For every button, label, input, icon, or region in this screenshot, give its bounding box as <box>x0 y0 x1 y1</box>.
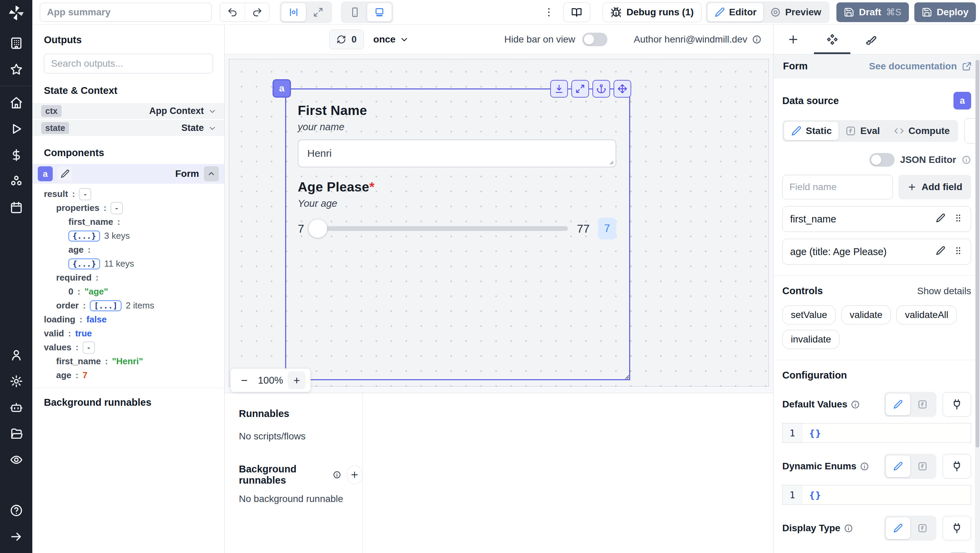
zoom-out-button[interactable]: − <box>235 371 253 389</box>
eval-mode-button[interactable] <box>910 394 935 415</box>
expand-down-button[interactable] <box>550 80 568 98</box>
see-documentation-link[interactable]: See documentation <box>869 61 972 72</box>
context-row-state[interactable]: stateState <box>32 120 224 136</box>
tree-expand-badge[interactable]: {...} <box>68 259 100 269</box>
json-editor-toggle[interactable] <box>869 153 894 167</box>
windmill-logo-icon[interactable] <box>8 4 25 22</box>
control-pill-validateAll[interactable]: validateAll <box>896 305 957 324</box>
drag-field-handle[interactable] <box>953 246 963 258</box>
mode-compute[interactable]: Compute <box>887 122 956 140</box>
sidebar-item-dollar[interactable] <box>0 142 32 168</box>
control-pill-setValue[interactable]: setValue <box>782 305 836 324</box>
settings-scrollbar[interactable] <box>975 54 980 553</box>
preview-tab[interactable]: Preview <box>763 3 828 21</box>
edit-field-button[interactable] <box>935 246 946 258</box>
component-header-row[interactable]: a Form <box>32 164 224 184</box>
refresh-button[interactable]: 0 <box>329 30 364 49</box>
component-resize-handle-icon[interactable] <box>620 370 630 380</box>
tab-component-settings[interactable] <box>813 25 852 54</box>
app-summary-input[interactable] <box>40 3 212 22</box>
form-component[interactable]: a First Name your name <box>285 88 630 380</box>
sidebar-item-bot[interactable] <box>0 394 32 420</box>
scrollbar-thumb[interactable] <box>975 60 979 448</box>
sidebar-item-gear[interactable] <box>0 368 32 394</box>
undo-button[interactable] <box>220 3 245 21</box>
sidebar-item-play[interactable] <box>0 116 32 142</box>
default-values-editor[interactable]: 1 {} <box>782 423 971 443</box>
align-center-button[interactable] <box>282 3 306 21</box>
sidebar-item-calendar[interactable] <box>0 194 32 220</box>
tree-expand-badge[interactable]: [...] <box>90 300 121 311</box>
control-pill-invalidate[interactable]: invalidate <box>782 330 840 349</box>
tree-expand-badge[interactable]: {...} <box>68 230 100 242</box>
field-item[interactable]: first_name <box>782 206 971 232</box>
deploy-button[interactable]: Deploy <box>914 2 976 22</box>
sidebar-item-arrow-right[interactable] <box>0 523 32 550</box>
move-component-button[interactable] <box>614 80 631 98</box>
drag-field-handle[interactable] <box>953 213 963 226</box>
sidebar-item-user[interactable] <box>0 342 32 368</box>
info-icon[interactable] <box>860 462 869 471</box>
component-tab-badge[interactable]: a <box>272 79 291 98</box>
show-details-button[interactable]: Show details <box>917 286 971 297</box>
sidebar-item-folder[interactable] <box>0 420 32 447</box>
sidebar-item-star[interactable] <box>0 56 32 82</box>
info-icon[interactable] <box>752 35 762 44</box>
desktop-view-button[interactable] <box>367 3 392 21</box>
info-icon[interactable] <box>333 470 341 480</box>
connect-input-button[interactable] <box>943 454 971 478</box>
context-row-ctx[interactable]: ctxApp Context <box>32 103 224 119</box>
tree-collapse-button[interactable]: - <box>111 202 123 214</box>
mode-static[interactable]: Static <box>784 122 838 140</box>
redo-button[interactable] <box>245 3 269 21</box>
rename-component-button[interactable] <box>57 166 73 181</box>
editor-tab[interactable]: Editor <box>708 3 764 21</box>
eval-mode-button[interactable] <box>910 517 935 539</box>
hide-bar-toggle[interactable] <box>582 33 608 46</box>
add-background-runnable-button[interactable] <box>347 465 363 484</box>
anchor-component-button[interactable] <box>592 80 610 98</box>
draft-button[interactable]: Draft ⌘S <box>837 2 908 22</box>
static-mode-button[interactable] <box>886 517 910 539</box>
slider-thumb[interactable] <box>308 219 327 238</box>
field-item[interactable]: age (title: Age Please) <box>782 239 971 265</box>
run-mode-dropdown[interactable]: once <box>373 34 409 45</box>
expand-canvas-button[interactable] <box>306 3 331 21</box>
sidebar-item-help[interactable] <box>0 497 32 523</box>
canvas-grid[interactable]: a First Name your name <box>229 59 769 387</box>
info-icon[interactable] <box>844 524 853 533</box>
debug-runs-button[interactable]: Debug runs (1) <box>603 2 702 22</box>
info-icon[interactable] <box>851 400 860 409</box>
collapse-component-button[interactable] <box>204 166 219 181</box>
search-outputs-input[interactable] <box>44 54 213 73</box>
connect-input-button[interactable] <box>943 392 971 416</box>
sidebar-item-home[interactable] <box>0 89 32 116</box>
tab-insert-component[interactable] <box>773 25 813 54</box>
tree-collapse-button[interactable]: - <box>83 342 95 354</box>
add-field-button[interactable]: Add field <box>898 175 971 199</box>
fullscreen-component-button[interactable] <box>571 80 589 98</box>
dynamic-enums-editor[interactable]: 1 {} <box>782 485 971 505</box>
control-pill-validate[interactable]: validate <box>841 305 891 324</box>
mobile-view-button[interactable] <box>343 3 367 21</box>
eval-mode-button[interactable] <box>910 455 935 477</box>
mode-eval[interactable]: Eval <box>838 122 887 140</box>
edit-field-button[interactable] <box>935 213 946 226</box>
resize-handle-icon[interactable] <box>605 156 614 165</box>
line-number: 1 <box>783 423 802 442</box>
sidebar-item-eye[interactable] <box>0 447 32 473</box>
info-icon[interactable] <box>962 155 971 165</box>
more-menu-button[interactable] <box>541 3 556 22</box>
static-mode-button[interactable] <box>886 455 910 477</box>
slider-track[interactable] <box>311 226 568 231</box>
static-mode-button[interactable] <box>886 394 910 415</box>
docs-button[interactable] <box>563 2 590 22</box>
tree-collapse-button[interactable]: - <box>79 188 91 200</box>
sidebar-item-building[interactable] <box>0 30 32 56</box>
zoom-in-button[interactable]: + <box>288 371 305 389</box>
connect-input-button[interactable] <box>943 516 971 540</box>
tab-styling[interactable] <box>852 25 891 54</box>
first-name-input[interactable] <box>298 140 616 167</box>
field-name-input[interactable] <box>782 175 893 199</box>
sidebar-item-boxes[interactable] <box>0 168 32 194</box>
